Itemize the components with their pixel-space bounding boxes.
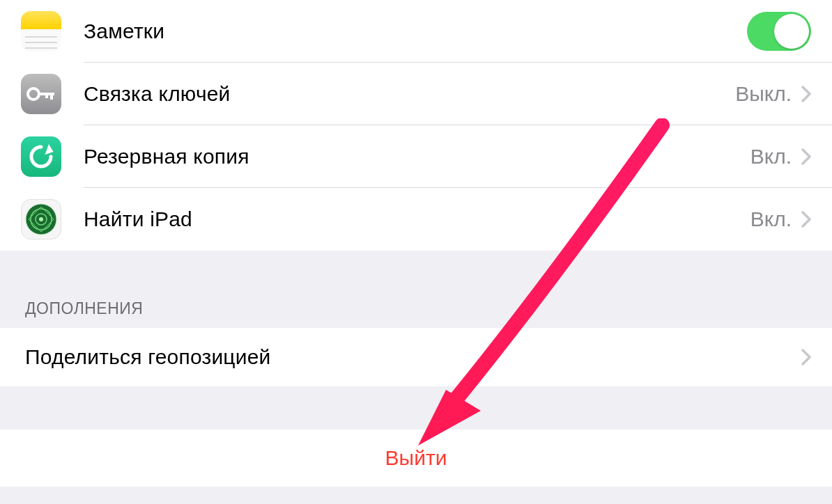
row-keychain[interactable]: Связка ключей Выкл. bbox=[0, 63, 832, 125]
chevron-right-icon bbox=[801, 148, 811, 165]
extensions-section-header: ДОПОЛНЕНИЯ bbox=[0, 251, 832, 328]
signout-group: Выйти bbox=[0, 430, 832, 487]
backup-icon bbox=[21, 136, 61, 177]
chevron-right-icon bbox=[801, 86, 811, 102]
notes-icon bbox=[21, 11, 61, 52]
key-icon bbox=[21, 74, 61, 114]
signout-button[interactable]: Выйти bbox=[0, 430, 832, 487]
row-find-ipad[interactable]: Найти iPad Вкл. bbox=[0, 188, 832, 251]
extensions-group: Поделиться геопозицией bbox=[0, 328, 832, 386]
find-ipad-icon bbox=[21, 199, 61, 239]
chevron-right-icon bbox=[801, 349, 811, 365]
notes-toggle[interactable] bbox=[747, 12, 811, 51]
toggle-knob bbox=[774, 14, 809, 49]
row-share-location[interactable]: Поделиться геопозицией bbox=[0, 328, 832, 386]
svg-marker-4 bbox=[45, 144, 55, 157]
row-notes[interactable]: Заметки bbox=[0, 0, 832, 63]
row-label: Резервная копия bbox=[84, 145, 750, 168]
svg-rect-2 bbox=[50, 93, 53, 100]
svg-point-9 bbox=[39, 217, 43, 221]
row-value: Вкл. bbox=[750, 207, 792, 231]
row-backup[interactable]: Резервная копия Вкл. bbox=[0, 125, 832, 188]
row-value: Выкл. bbox=[735, 82, 792, 106]
svg-rect-3 bbox=[45, 93, 48, 98]
row-label: Заметки bbox=[84, 19, 747, 43]
row-value: Вкл. bbox=[750, 145, 792, 168]
svg-point-0 bbox=[28, 88, 39, 100]
chevron-right-icon bbox=[801, 211, 811, 228]
row-label: Связка ключей bbox=[84, 82, 735, 106]
row-label: Поделиться геопозицией bbox=[25, 345, 801, 369]
icloud-services-group: Заметки Связка ключей Выкл. bbox=[0, 0, 832, 251]
row-label: Найти iPad bbox=[84, 207, 750, 231]
